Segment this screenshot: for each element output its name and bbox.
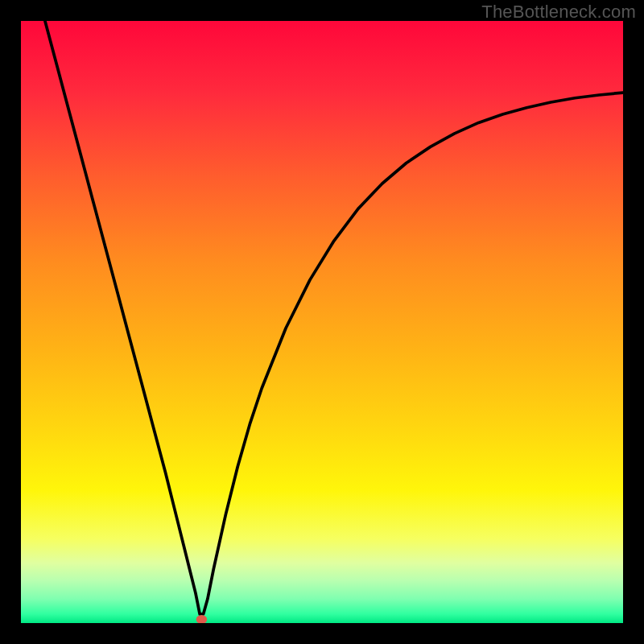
curve-layer <box>21 21 623 623</box>
chart-frame: TheBottleneck.com <box>0 0 644 644</box>
watermark-text: TheBottleneck.com <box>481 2 636 23</box>
plot-area <box>21 21 623 623</box>
minimum-marker <box>196 615 207 623</box>
bottleneck-curve <box>45 21 623 614</box>
